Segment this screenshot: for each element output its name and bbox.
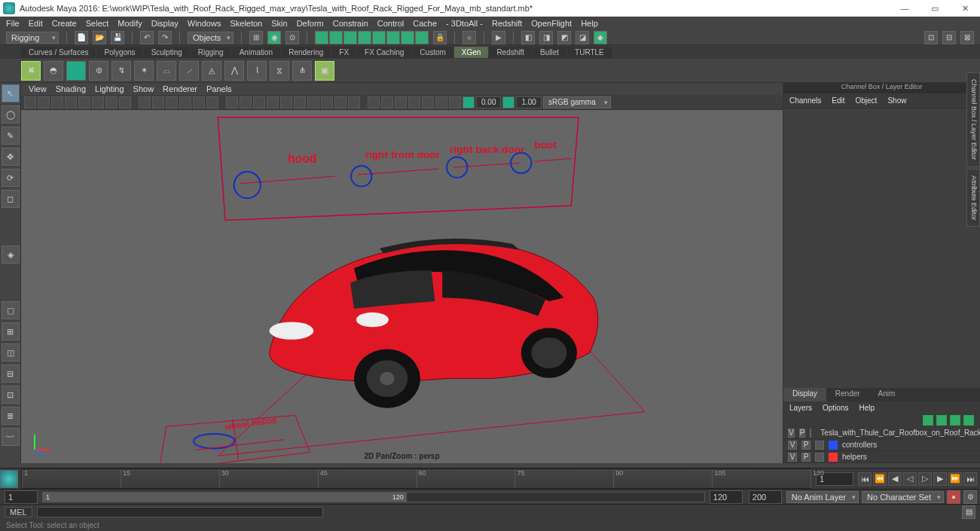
last-tool[interactable]: ◈ — [2, 246, 20, 264]
time-slider[interactable]: 1153045607590105120 1 ⏮ ⏪ ◀ ◁ ▷ ▶ ⏩ ⏭ — [0, 468, 980, 489]
layer-tab-display[interactable]: Display — [783, 388, 826, 401]
layout-single[interactable]: ▢ — [2, 301, 20, 319]
cb-menu-channels[interactable]: Channels — [789, 96, 821, 105]
range-thumb[interactable]: 1120 — [43, 493, 407, 502]
panel-menu-shading[interactable]: Shading — [56, 84, 86, 93]
shelf-tab-rigging[interactable]: Rigging — [191, 47, 231, 58]
select-tool[interactable]: ↖ — [2, 84, 20, 102]
minimize-button[interactable]: — — [890, 0, 920, 17]
panel-icon[interactable] — [92, 96, 104, 108]
light-editor-icon[interactable]: ◆ — [594, 31, 607, 44]
prefs-icon[interactable]: ⚙ — [963, 490, 977, 504]
shelf-tab-animation[interactable]: Animation — [232, 47, 280, 58]
menu-constrain[interactable]: Constrain — [333, 19, 368, 28]
sym-icon-1[interactable] — [315, 31, 328, 44]
script-editor-icon[interactable]: ▤ — [962, 505, 975, 519]
render-view-icon[interactable]: ◨ — [539, 31, 553, 44]
cb-menu-edit[interactable]: Edit — [832, 96, 844, 105]
move-tool[interactable]: ✥ — [2, 148, 20, 166]
panel-icon[interactable] — [226, 96, 238, 108]
panel-icon[interactable] — [294, 96, 306, 108]
graph-editor-toggle[interactable]: 〰 — [2, 428, 20, 446]
range-track[interactable]: 1120 — [42, 492, 705, 502]
panel-icon[interactable] — [280, 96, 292, 108]
gamma-field[interactable]: 1.00 — [516, 96, 541, 108]
panel-icon[interactable] — [348, 96, 360, 108]
shelf-xgen-icon-12[interactable]: ⧖ — [270, 61, 289, 81]
panel-icon[interactable] — [139, 96, 151, 108]
shelf-xgen-icon-1[interactable]: ✖ — [21, 61, 41, 81]
panel-icon[interactable] — [422, 96, 434, 108]
new-scene-icon[interactable]: 📄 — [75, 31, 88, 44]
sym-icon-4[interactable] — [358, 31, 371, 44]
lasso-tool[interactable]: ◯ — [2, 105, 20, 124]
ipr-icon[interactable]: ◧ — [521, 31, 535, 44]
scale-tool[interactable]: ◻ — [2, 190, 20, 208]
menu-create[interactable]: Create — [52, 19, 77, 28]
panel-icon[interactable] — [65, 96, 77, 108]
panel-menu-show[interactable]: Show — [133, 84, 154, 93]
shelf-xgen-icon-9[interactable]: ◬ — [202, 61, 221, 81]
shelf-tab-fx[interactable]: FX — [331, 47, 356, 58]
workspace-dropdown[interactable]: Rigging — [6, 32, 59, 44]
menu-control[interactable]: Control — [377, 19, 404, 28]
menu-openflight[interactable]: OpenFlight — [531, 19, 572, 28]
panel-icon[interactable] — [206, 96, 218, 108]
menu-redshift[interactable]: Redshift — [492, 19, 522, 28]
panel-icon[interactable] — [395, 96, 407, 108]
menu-edit[interactable]: Edit — [29, 19, 43, 28]
range-start-field[interactable]: 1 — [5, 490, 38, 504]
layer-new-empty-icon[interactable] — [950, 415, 960, 426]
step-back-key-icon[interactable]: ⏪ — [873, 472, 887, 486]
layer-playback-toggle[interactable]: P — [801, 453, 811, 462]
panel-icon[interactable] — [78, 96, 90, 108]
step-back-icon[interactable]: ◀ — [888, 472, 902, 486]
shelf-tab-curves[interactable]: Curves / Surfaces — [21, 47, 96, 58]
sym-icon-3[interactable] — [343, 31, 357, 44]
snap-grid-icon[interactable]: ⊞ — [249, 31, 263, 44]
shelf-xgen-icon-5[interactable]: ↯ — [111, 61, 131, 81]
shelf-tab-fxcaching[interactable]: FX Caching — [357, 47, 411, 58]
layer-row[interactable]: V P Tesla_with_Thule_Car_Roofbox_on_Roof… — [783, 427, 980, 439]
cmd-lang-label[interactable]: MEL — [5, 507, 32, 517]
exposure-field[interactable]: 0.00 — [476, 96, 501, 108]
panel-icon[interactable] — [368, 96, 380, 108]
panel-icon[interactable] — [321, 96, 333, 108]
maximize-button[interactable]: ▭ — [920, 0, 950, 17]
step-fwd-icon[interactable]: ▶ — [933, 472, 947, 486]
shelf-tab-xgen[interactable]: XGen — [454, 47, 489, 58]
menu-cache[interactable]: Cache — [413, 19, 437, 28]
panel-icon[interactable] — [119, 96, 131, 108]
layer-vis-toggle[interactable]: V — [788, 453, 797, 462]
panel-icon[interactable] — [449, 96, 461, 108]
menu-help[interactable]: Help — [581, 19, 598, 28]
panel-icon[interactable] — [38, 96, 50, 108]
layer-type-toggle[interactable] — [810, 429, 811, 438]
panel-icon[interactable] — [24, 96, 36, 108]
panel-icon[interactable] — [307, 96, 319, 108]
open-scene-icon[interactable]: 📂 — [93, 31, 106, 44]
layer-move-down-icon[interactable] — [936, 415, 947, 426]
layer-new-selected-icon[interactable] — [963, 415, 974, 426]
xray-icon[interactable]: ⊠ — [960, 31, 974, 44]
layer-menu-options[interactable]: Options — [823, 404, 848, 412]
paint-select-tool[interactable]: ✎ — [2, 127, 20, 145]
layer-playback-toggle[interactable]: P — [799, 429, 806, 438]
gate-mask-icon[interactable] — [463, 96, 475, 108]
time-ruler[interactable]: 1153045607590105120 — [21, 468, 811, 489]
autokey-icon[interactable]: ● — [947, 490, 960, 504]
sym-icon-2[interactable] — [329, 31, 343, 44]
shelf-tab-turtle[interactable]: TURTLE — [567, 47, 612, 58]
panel-menu-panels[interactable]: Panels — [206, 84, 232, 93]
shelf-tab-sculpting[interactable]: Sculpting — [144, 47, 190, 58]
render-settings-icon[interactable]: ◩ — [557, 31, 571, 44]
panel-icon[interactable] — [51, 96, 63, 108]
sym-icon-5[interactable] — [372, 31, 386, 44]
side-tab-channelbox[interactable]: Channel Box / Layer Editor — [966, 72, 980, 167]
modeling-toolkit-icon[interactable]: ⊡ — [924, 31, 938, 44]
step-fwd-key-icon[interactable]: ⏩ — [948, 472, 962, 486]
rotate-tool[interactable]: ⟳ — [2, 169, 20, 187]
layer-menu-layers[interactable]: Layers — [789, 404, 812, 412]
panel-icon[interactable] — [193, 96, 205, 108]
layout-three[interactable]: ⊡ — [2, 386, 20, 404]
